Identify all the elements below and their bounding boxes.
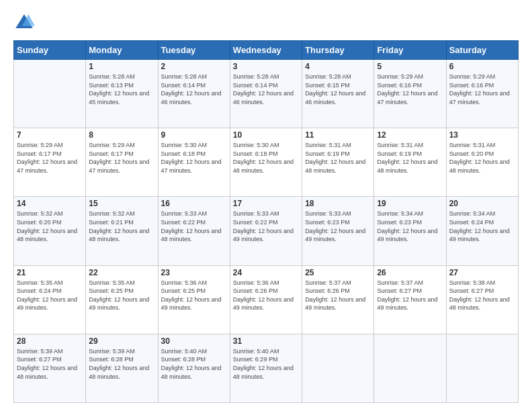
day-number: 5	[377, 62, 443, 71]
week-row-3: 14Sunrise: 5:32 AMSunset: 6:20 PMDayligh…	[14, 197, 519, 265]
day-info: Sunrise: 5:37 AMSunset: 6:26 PMDaylight:…	[305, 279, 371, 312]
day-number: 17	[233, 199, 299, 208]
calendar-cell	[374, 334, 446, 402]
calendar-cell: 28Sunrise: 5:39 AMSunset: 6:27 PMDayligh…	[14, 334, 86, 402]
calendar-cell: 27Sunrise: 5:38 AMSunset: 6:27 PMDayligh…	[446, 265, 518, 334]
day-number: 29	[89, 336, 154, 346]
day-number: 4	[305, 62, 371, 71]
day-info: Sunrise: 5:33 AMSunset: 6:22 PMDaylight:…	[161, 210, 227, 243]
calendar-cell: 23Sunrise: 5:36 AMSunset: 6:25 PMDayligh…	[158, 265, 230, 334]
day-number: 11	[305, 130, 371, 140]
day-info: Sunrise: 5:36 AMSunset: 6:25 PMDaylight:…	[161, 279, 227, 312]
calendar-table: SundayMondayTuesdayWednesdayThursdayFrid…	[13, 40, 519, 403]
day-info: Sunrise: 5:29 AMSunset: 6:17 PMDaylight:…	[89, 141, 154, 175]
day-info: Sunrise: 5:39 AMSunset: 6:27 PMDaylight:…	[17, 347, 83, 381]
day-number: 9	[161, 130, 227, 140]
calendar-cell: 7Sunrise: 5:29 AMSunset: 6:17 PMDaylight…	[14, 128, 86, 197]
calendar-cell: 17Sunrise: 5:33 AMSunset: 6:22 PMDayligh…	[230, 197, 302, 265]
day-number: 1	[89, 62, 154, 71]
day-info: Sunrise: 5:35 AMSunset: 6:25 PMDaylight:…	[89, 279, 154, 312]
day-number: 23	[161, 268, 227, 277]
week-row-5: 28Sunrise: 5:39 AMSunset: 6:27 PMDayligh…	[14, 334, 519, 402]
day-number: 25	[305, 268, 371, 277]
day-info: Sunrise: 5:34 AMSunset: 6:23 PMDaylight:…	[377, 210, 443, 243]
day-number: 8	[89, 130, 154, 140]
calendar-cell: 4Sunrise: 5:28 AMSunset: 6:15 PMDaylight…	[302, 60, 374, 128]
day-info: Sunrise: 5:33 AMSunset: 6:23 PMDaylight:…	[305, 210, 371, 243]
day-number: 27	[449, 268, 515, 277]
calendar-cell	[14, 60, 86, 128]
calendar-cell: 19Sunrise: 5:34 AMSunset: 6:23 PMDayligh…	[374, 197, 446, 265]
day-number: 15	[89, 199, 154, 208]
calendar-cell: 12Sunrise: 5:31 AMSunset: 6:19 PMDayligh…	[374, 128, 446, 197]
calendar-cell: 24Sunrise: 5:36 AMSunset: 6:26 PMDayligh…	[230, 265, 302, 334]
day-info: Sunrise: 5:29 AMSunset: 6:17 PMDaylight:…	[17, 141, 83, 175]
day-info: Sunrise: 5:31 AMSunset: 6:20 PMDaylight:…	[449, 141, 515, 175]
calendar-cell: 20Sunrise: 5:34 AMSunset: 6:24 PMDayligh…	[446, 197, 518, 265]
day-info: Sunrise: 5:28 AMSunset: 6:14 PMDaylight:…	[233, 73, 299, 106]
day-number: 30	[161, 336, 227, 346]
week-row-1: 1Sunrise: 5:28 AMSunset: 6:13 PMDaylight…	[14, 60, 519, 128]
day-info: Sunrise: 5:29 AMSunset: 6:16 PMDaylight:…	[377, 73, 443, 106]
day-info: Sunrise: 5:38 AMSunset: 6:27 PMDaylight:…	[449, 279, 515, 312]
day-info: Sunrise: 5:31 AMSunset: 6:19 PMDaylight:…	[377, 141, 443, 175]
calendar-cell: 14Sunrise: 5:32 AMSunset: 6:20 PMDayligh…	[14, 197, 86, 265]
day-number: 19	[377, 199, 443, 208]
weekday-header-monday: Monday	[86, 41, 158, 60]
day-info: Sunrise: 5:36 AMSunset: 6:26 PMDaylight:…	[233, 279, 299, 312]
header	[13, 12, 519, 34]
day-info: Sunrise: 5:40 AMSunset: 6:28 PMDaylight:…	[161, 347, 227, 381]
calendar-cell: 30Sunrise: 5:40 AMSunset: 6:28 PMDayligh…	[158, 334, 230, 402]
calendar-cell: 31Sunrise: 5:40 AMSunset: 6:29 PMDayligh…	[230, 334, 302, 402]
day-info: Sunrise: 5:39 AMSunset: 6:28 PMDaylight:…	[89, 347, 154, 381]
day-number: 28	[17, 336, 83, 346]
week-row-2: 7Sunrise: 5:29 AMSunset: 6:17 PMDaylight…	[14, 128, 519, 197]
weekday-header-tuesday: Tuesday	[158, 41, 230, 60]
day-number: 10	[233, 130, 299, 140]
day-number: 7	[17, 130, 83, 140]
day-number: 12	[377, 130, 443, 140]
day-info: Sunrise: 5:40 AMSunset: 6:29 PMDaylight:…	[233, 347, 299, 381]
day-number: 14	[17, 199, 83, 208]
day-info: Sunrise: 5:28 AMSunset: 6:13 PMDaylight:…	[89, 73, 154, 106]
calendar-cell: 3Sunrise: 5:28 AMSunset: 6:14 PMDaylight…	[230, 60, 302, 128]
day-info: Sunrise: 5:32 AMSunset: 6:20 PMDaylight:…	[17, 210, 83, 243]
calendar-cell: 5Sunrise: 5:29 AMSunset: 6:16 PMDaylight…	[374, 60, 446, 128]
day-info: Sunrise: 5:34 AMSunset: 6:24 PMDaylight:…	[449, 210, 515, 243]
day-info: Sunrise: 5:37 AMSunset: 6:27 PMDaylight:…	[377, 279, 443, 312]
day-info: Sunrise: 5:35 AMSunset: 6:24 PMDaylight:…	[17, 279, 83, 312]
logo	[13, 12, 38, 34]
calendar-cell: 29Sunrise: 5:39 AMSunset: 6:28 PMDayligh…	[86, 334, 158, 402]
day-info: Sunrise: 5:30 AMSunset: 6:18 PMDaylight:…	[161, 141, 227, 175]
calendar-cell: 16Sunrise: 5:33 AMSunset: 6:22 PMDayligh…	[158, 197, 230, 265]
day-number: 24	[233, 268, 299, 277]
day-number: 20	[449, 199, 515, 208]
day-info: Sunrise: 5:29 AMSunset: 6:16 PMDaylight:…	[449, 73, 515, 106]
calendar-cell: 26Sunrise: 5:37 AMSunset: 6:27 PMDayligh…	[374, 265, 446, 334]
day-number: 2	[161, 62, 227, 71]
day-info: Sunrise: 5:28 AMSunset: 6:14 PMDaylight:…	[161, 73, 227, 106]
day-number: 16	[161, 199, 227, 208]
calendar-cell	[302, 334, 374, 402]
day-info: Sunrise: 5:28 AMSunset: 6:15 PMDaylight:…	[305, 73, 371, 106]
calendar-cell: 25Sunrise: 5:37 AMSunset: 6:26 PMDayligh…	[302, 265, 374, 334]
calendar-cell: 18Sunrise: 5:33 AMSunset: 6:23 PMDayligh…	[302, 197, 374, 265]
day-info: Sunrise: 5:32 AMSunset: 6:21 PMDaylight:…	[89, 210, 154, 243]
day-number: 22	[89, 268, 154, 277]
calendar-cell	[446, 334, 518, 402]
calendar-cell: 10Sunrise: 5:30 AMSunset: 6:18 PMDayligh…	[230, 128, 302, 197]
weekday-header-friday: Friday	[374, 41, 446, 60]
day-info: Sunrise: 5:30 AMSunset: 6:18 PMDaylight:…	[233, 141, 299, 175]
calendar-cell: 1Sunrise: 5:28 AMSunset: 6:13 PMDaylight…	[86, 60, 158, 128]
calendar-cell: 11Sunrise: 5:31 AMSunset: 6:19 PMDayligh…	[302, 128, 374, 197]
day-number: 26	[377, 268, 443, 277]
weekday-header-sunday: Sunday	[14, 41, 86, 60]
weekday-header-wednesday: Wednesday	[230, 41, 302, 60]
calendar-cell: 21Sunrise: 5:35 AMSunset: 6:24 PMDayligh…	[14, 265, 86, 334]
day-info: Sunrise: 5:31 AMSunset: 6:19 PMDaylight:…	[305, 141, 371, 175]
day-info: Sunrise: 5:33 AMSunset: 6:22 PMDaylight:…	[233, 210, 299, 243]
weekday-header-row: SundayMondayTuesdayWednesdayThursdayFrid…	[14, 41, 519, 60]
day-number: 13	[449, 130, 515, 140]
page: SundayMondayTuesdayWednesdayThursdayFrid…	[0, 0, 532, 411]
calendar-cell: 22Sunrise: 5:35 AMSunset: 6:25 PMDayligh…	[86, 265, 158, 334]
